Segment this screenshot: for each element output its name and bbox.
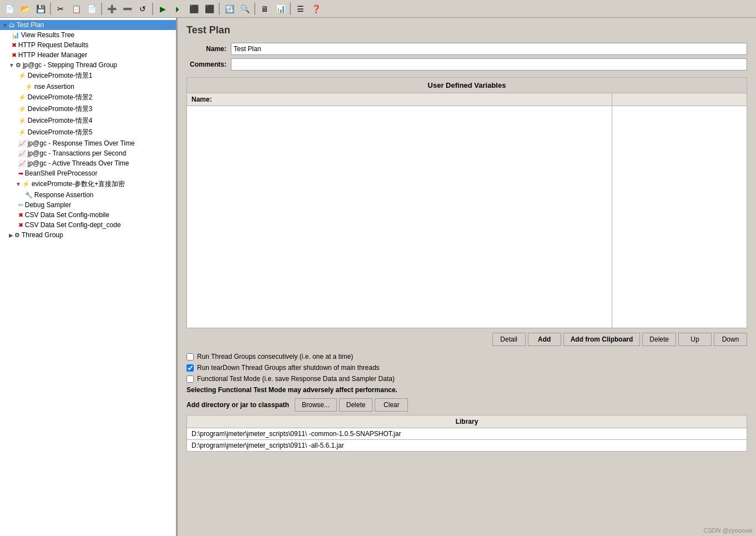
remote-button[interactable]: 🖥: [258, 2, 272, 16]
search-button[interactable]: 🔍: [238, 2, 252, 16]
toolbar-sep-4: [219, 3, 220, 15]
var-name-cell: [187, 106, 612, 328]
tree-item-beanshell[interactable]: ➡ BeanShell PreProcessor: [0, 168, 176, 178]
comments-label: Comments:: [187, 61, 231, 68]
device3-icon: ⚡: [18, 106, 26, 113]
toolbar-sep-5: [254, 3, 255, 15]
start-button[interactable]: ▶: [155, 2, 170, 16]
http-header-label: HTTP Header Manager: [18, 51, 88, 59]
expand-icon-transactions: [16, 151, 17, 157]
transactions-icon: 📈: [18, 150, 26, 157]
toolbar-sep-3: [152, 3, 153, 15]
transactions-label: jp@gc - Transactions per Second: [28, 149, 127, 157]
tree-item-http-header[interactable]: ✖ HTTP Header Manager: [0, 50, 176, 60]
content-area: Test Plan Name: Comments: User Defined V…: [178, 18, 756, 536]
tree-item-nse-assertion[interactable]: ⚡ nse Assertion: [0, 82, 176, 92]
tree-item-device2[interactable]: ⚡ DevicePromote-情景2: [0, 92, 176, 103]
detail-button[interactable]: Detail: [492, 333, 526, 346]
start-no-pause-button[interactable]: ⏵: [171, 2, 185, 16]
copy-button[interactable]: 📋: [69, 2, 83, 16]
expand-icon-device-params[interactable]: ▼: [16, 181, 21, 187]
expand-icon-active-threads: [16, 161, 17, 167]
name-input[interactable]: [231, 43, 747, 55]
stop-now-button[interactable]: ⬛: [202, 2, 216, 16]
active-threads-label: jp@gc - Active Threads Over Time: [28, 159, 129, 167]
http-defaults-icon: ✖: [12, 42, 17, 49]
tree-item-response-times[interactable]: 📈 jp@gc - Response Times Over Time: [0, 138, 176, 148]
tree-item-device5[interactable]: ⚡ DevicePromote-情景5: [0, 127, 176, 138]
tree-item-test-plan[interactable]: ▼ 🗂 Test Plan: [0, 20, 176, 30]
tree-item-view-results[interactable]: 📊 View Results Tree: [0, 30, 176, 40]
checkbox1[interactable]: [187, 353, 194, 360]
stepping-icon: ⚙: [16, 62, 21, 69]
tree-item-response-assertion[interactable]: 🔧 Response Assertion: [0, 190, 176, 200]
name-label: Name:: [187, 45, 231, 53]
test-plan-label: Test Plan: [17, 21, 44, 29]
new-button[interactable]: 📄: [2, 2, 17, 16]
save-button[interactable]: 💾: [33, 2, 48, 16]
template-button[interactable]: 📊: [273, 2, 288, 16]
expand-icon-nse: [22, 84, 24, 90]
clear-button[interactable]: Clear: [375, 398, 408, 412]
checkbox3[interactable]: [187, 375, 194, 383]
open-button[interactable]: 📂: [18, 2, 32, 16]
add-var-button[interactable]: Add: [528, 333, 561, 346]
options-button[interactable]: ☰: [293, 2, 308, 16]
expand-icon-response-times: [16, 141, 17, 147]
response-times-label: jp@gc - Response Times Over Time: [28, 139, 135, 147]
help-button[interactable]: ❓: [309, 2, 323, 16]
debug-sampler-icon: ✏: [18, 202, 23, 209]
expand-icon-device3: [16, 106, 17, 112]
classpath-label: Add directory or jar to classpath: [187, 401, 289, 409]
expand-icon-stepping[interactable]: ▼: [9, 62, 14, 68]
debug-sampler-label: Debug Sampler: [25, 201, 71, 209]
up-button[interactable]: Up: [678, 333, 712, 346]
tree-item-http-defaults[interactable]: ✖ HTTP Request Defaults: [0, 40, 176, 50]
delete-classpath-button[interactable]: Delete: [339, 398, 373, 412]
csv-mobile-label: CSV Data Set Config-mobile: [25, 211, 109, 219]
tree-item-transactions[interactable]: 📈 jp@gc - Transactions per Second: [0, 148, 176, 158]
tree-item-device-params[interactable]: ▼ ⚡ evicePromote-参数化+直接加密: [0, 178, 176, 190]
name-row: Name:: [187, 43, 747, 55]
tree-item-device1[interactable]: ⚡ DevicePromote-情景1: [0, 70, 176, 82]
checkbox1-label: Run Thread Groups consecutively (i.e. on…: [197, 353, 353, 360]
beanshell-icon: ➡: [18, 170, 23, 177]
add-from-clipboard-button[interactable]: Add from Clipboard: [563, 333, 641, 346]
http-header-icon: ✖: [12, 52, 17, 59]
device-params-icon: ⚡: [22, 181, 30, 188]
expand-icon-http-defaults: [9, 42, 11, 48]
delete-var-button[interactable]: Delete: [642, 333, 676, 346]
expand-icon-thread-group[interactable]: ▶: [9, 232, 13, 238]
expand-icon-device4: [16, 118, 17, 124]
tree-item-stepping-thread[interactable]: ▼ ⚙ jp@gc - Stepping Thread Group: [0, 60, 176, 70]
add-button[interactable]: ➕: [104, 2, 119, 16]
beanshell-label: BeanShell PreProcessor: [25, 169, 98, 177]
tree-item-debug-sampler[interactable]: ✏ Debug Sampler: [0, 200, 176, 210]
expand-icon-test-plan[interactable]: ▼: [2, 22, 8, 28]
toolbar-sep-1: [50, 3, 51, 15]
tree-item-csv-dept[interactable]: ✖ CSV Data Set Config-dept_code: [0, 220, 176, 230]
tree-item-device3[interactable]: ⚡ DevicePromote-情景3: [0, 103, 176, 115]
expand-icon-view-results: [9, 32, 11, 38]
reset-button[interactable]: ↺: [135, 2, 150, 16]
device1-label: DevicePromote-情景1: [28, 71, 93, 81]
paste-button[interactable]: 📄: [84, 2, 99, 16]
tree-item-device4[interactable]: ⚡ DevicePromote-情景4: [0, 115, 176, 127]
remove-button[interactable]: ➖: [120, 2, 134, 16]
watermark: CSDN @zyoooxie: [703, 527, 753, 534]
csv-dept-icon: ✖: [18, 222, 23, 229]
cut-button[interactable]: ✂: [53, 2, 68, 16]
tree-item-thread-group[interactable]: ▶ ⚙ Thread Group: [0, 230, 176, 240]
stop-button[interactable]: ⬛: [187, 2, 201, 16]
tree-item-csv-mobile[interactable]: ✖ CSV Data Set Config-mobile: [0, 210, 176, 220]
checkbox2-row: Run tearDown Thread Groups after shutdow…: [187, 364, 747, 372]
library-header: Library: [187, 415, 747, 428]
active-threads-icon: 📈: [18, 160, 26, 167]
checkbox2[interactable]: [187, 364, 194, 372]
down-button[interactable]: Down: [714, 333, 747, 346]
comments-input[interactable]: [231, 58, 747, 71]
clear-results-button[interactable]: 🔃: [222, 2, 236, 16]
browse-button[interactable]: Browse...: [295, 398, 337, 412]
expand-icon-debug-sampler: [16, 202, 17, 208]
tree-item-active-threads[interactable]: 📈 jp@gc - Active Threads Over Time: [0, 158, 176, 168]
